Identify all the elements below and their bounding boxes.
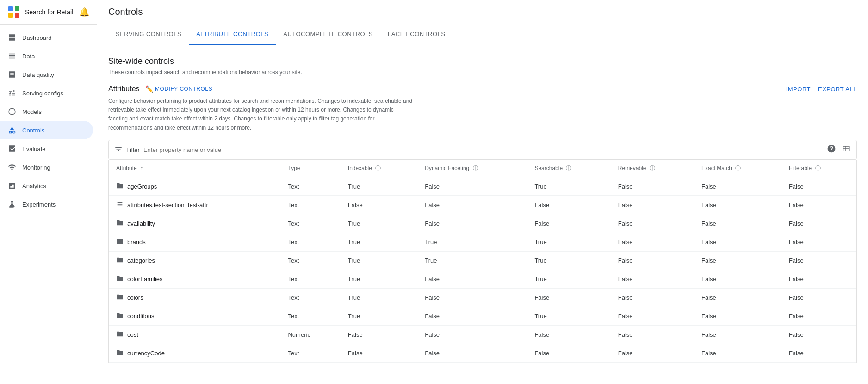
cell-attribute: conditions bbox=[109, 307, 280, 325]
export-all-button[interactable]: EXPORT ALL bbox=[818, 86, 857, 93]
pencil-icon: ✏️ bbox=[145, 85, 154, 93]
modify-controls-button[interactable]: ✏️ MODIFY CONTROLS bbox=[145, 85, 212, 93]
table-row: brands Text True True True False False F… bbox=[109, 233, 856, 251]
svg-rect-3 bbox=[15, 13, 19, 18]
cell-dynamic-faceting: False bbox=[417, 344, 527, 362]
attributes-title: Attributes bbox=[108, 85, 140, 93]
sidebar-item-label: Models bbox=[22, 108, 42, 115]
cell-exact-match: False bbox=[694, 344, 781, 362]
attribute-name: currencyCode bbox=[127, 350, 165, 357]
attribute-folder-icon bbox=[116, 312, 124, 321]
cell-searchable: True bbox=[527, 251, 610, 270]
sidebar-item-label: Evaluate bbox=[22, 145, 46, 152]
filter-bar: Filter bbox=[108, 140, 857, 160]
attribute-name: colorFamilies bbox=[127, 276, 163, 283]
filter-icon bbox=[114, 145, 123, 155]
sidebar-item-monitoring[interactable]: Monitoring bbox=[0, 158, 93, 176]
sidebar-item-analytics[interactable]: Analytics bbox=[0, 176, 93, 195]
indexable-info-icon[interactable]: ⓘ bbox=[375, 165, 381, 171]
cell-retrievable: False bbox=[611, 307, 694, 325]
attribute-name: conditions bbox=[127, 313, 155, 320]
sidebar-item-label: Experiments bbox=[22, 201, 56, 208]
cell-indexable: True bbox=[341, 177, 417, 195]
sidebar: Search for Retail 🔔 Dashboard Data Data … bbox=[0, 0, 97, 384]
cell-indexable: True bbox=[341, 307, 417, 325]
cell-attribute: currencyCode bbox=[109, 344, 280, 362]
tab-facet-controls[interactable]: FACET CONTROLS bbox=[380, 24, 453, 45]
searchable-info-icon[interactable]: ⓘ bbox=[566, 165, 571, 171]
cell-searchable: True bbox=[527, 307, 610, 325]
cell-searchable: False bbox=[527, 344, 610, 362]
sidebar-item-serving-configs[interactable]: Serving configs bbox=[0, 84, 93, 102]
svg-rect-2 bbox=[8, 13, 13, 18]
notification-bell-icon[interactable]: 🔔 bbox=[79, 7, 89, 17]
col-searchable: Searchable ⓘ bbox=[527, 160, 610, 177]
sidebar-item-dashboard[interactable]: Dashboard bbox=[0, 28, 93, 47]
retrievable-info-icon[interactable]: ⓘ bbox=[650, 165, 655, 171]
cell-exact-match: False bbox=[694, 288, 781, 307]
exact-match-info-icon[interactable]: ⓘ bbox=[735, 165, 741, 171]
tab-serving-controls[interactable]: SERVING CONTROLS bbox=[108, 24, 189, 45]
cell-indexable: True bbox=[341, 233, 417, 251]
cell-filterable: False bbox=[781, 270, 856, 288]
col-retrievable: Retrievable ⓘ bbox=[611, 160, 694, 177]
col-filterable: Filterable ⓘ bbox=[781, 160, 856, 177]
svg-rect-0 bbox=[8, 6, 13, 11]
filterable-info-icon[interactable]: ⓘ bbox=[815, 165, 821, 171]
cell-retrievable: False bbox=[611, 195, 694, 214]
cell-exact-match: False bbox=[694, 195, 781, 214]
col-type: Type bbox=[280, 160, 340, 177]
sidebar-item-evaluate[interactable]: Evaluate bbox=[0, 139, 93, 158]
analytics-icon bbox=[7, 181, 17, 190]
import-export-actions: IMPORT EXPORT ALL bbox=[786, 86, 857, 93]
sidebar-item-label: Monitoring bbox=[22, 164, 50, 171]
tab-autocomplete-controls[interactable]: AUTOCOMPLETE CONTROLS bbox=[276, 24, 380, 45]
columns-icon[interactable] bbox=[842, 144, 851, 156]
controls-icon bbox=[7, 126, 17, 135]
filter-input[interactable] bbox=[143, 146, 827, 153]
cell-type: Text bbox=[280, 177, 340, 195]
sidebar-item-data-quality[interactable]: Data quality bbox=[0, 65, 93, 84]
models-icon bbox=[7, 107, 17, 116]
tab-attribute-controls[interactable]: ATTRIBUTE CONTROLS bbox=[189, 24, 276, 45]
tabs-bar: SERVING CONTROLS ATTRIBUTE CONTROLS AUTO… bbox=[97, 24, 868, 45]
cell-dynamic-faceting: False bbox=[417, 325, 527, 344]
content-area: Site-wide controls These controls impact… bbox=[97, 45, 868, 384]
cell-type: Text bbox=[280, 288, 340, 307]
cell-filterable: False bbox=[781, 344, 856, 362]
sidebar-item-experiments[interactable]: Experiments bbox=[0, 195, 93, 214]
attribute-folder-icon bbox=[116, 349, 124, 358]
cell-exact-match: False bbox=[694, 270, 781, 288]
cell-dynamic-faceting: False bbox=[417, 270, 527, 288]
cell-searchable: True bbox=[527, 177, 610, 195]
attributes-header: Attributes ✏️ MODIFY CONTROLS IMPORT EXP… bbox=[108, 85, 857, 93]
sort-icon[interactable]: ↑ bbox=[140, 165, 143, 171]
cell-exact-match: False bbox=[694, 307, 781, 325]
attributes-description: Configure behavior pertaining to product… bbox=[108, 97, 414, 132]
sidebar-item-models[interactable]: Models bbox=[0, 102, 93, 121]
page-title: Controls bbox=[108, 6, 857, 17]
cell-searchable: False bbox=[527, 195, 610, 214]
col-dynamic-faceting: Dynamic Faceting ⓘ bbox=[417, 160, 527, 177]
table-header-row: Attribute ↑ Type Indexable ⓘ Dynamic Fac… bbox=[109, 160, 856, 177]
sidebar-item-label: Data quality bbox=[22, 71, 54, 78]
cell-dynamic-faceting: False bbox=[417, 177, 527, 195]
sidebar-item-controls[interactable]: Controls bbox=[0, 121, 93, 139]
help-icon[interactable] bbox=[827, 144, 836, 156]
cell-indexable: False bbox=[341, 344, 417, 362]
dynamic-faceting-info-icon[interactable]: ⓘ bbox=[473, 165, 478, 171]
attribute-folder-icon bbox=[116, 238, 124, 246]
sidebar-item-label: Data bbox=[22, 53, 35, 60]
sidebar-item-label: Controls bbox=[22, 127, 44, 134]
cell-attribute: colors bbox=[109, 288, 280, 307]
cell-type: Numeric bbox=[280, 325, 340, 344]
cell-filterable: False bbox=[781, 325, 856, 344]
attribute-name: cost bbox=[127, 331, 138, 338]
cell-type: Text bbox=[280, 195, 340, 214]
sidebar-item-data[interactable]: Data bbox=[0, 47, 93, 65]
cell-exact-match: False bbox=[694, 233, 781, 251]
import-button[interactable]: IMPORT bbox=[786, 86, 811, 93]
attribute-folder-icon bbox=[116, 219, 124, 228]
main-content: Controls SERVING CONTROLS ATTRIBUTE CONT… bbox=[97, 0, 868, 384]
attribute-name: attributes.test-section_test-attr bbox=[127, 201, 208, 208]
